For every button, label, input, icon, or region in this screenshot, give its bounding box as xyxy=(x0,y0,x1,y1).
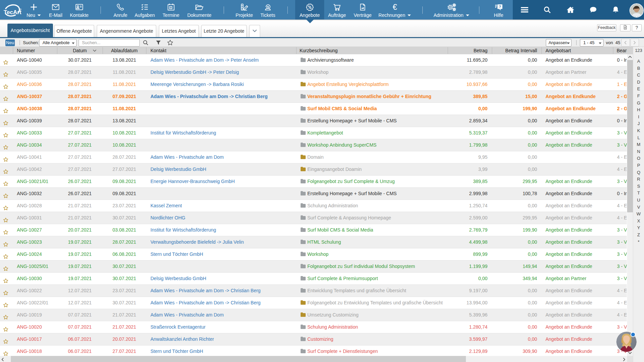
svg-text:?: ? xyxy=(499,4,501,9)
svg-text:TecArt: TecArt xyxy=(4,9,22,16)
svg-text:€: € xyxy=(392,3,397,11)
